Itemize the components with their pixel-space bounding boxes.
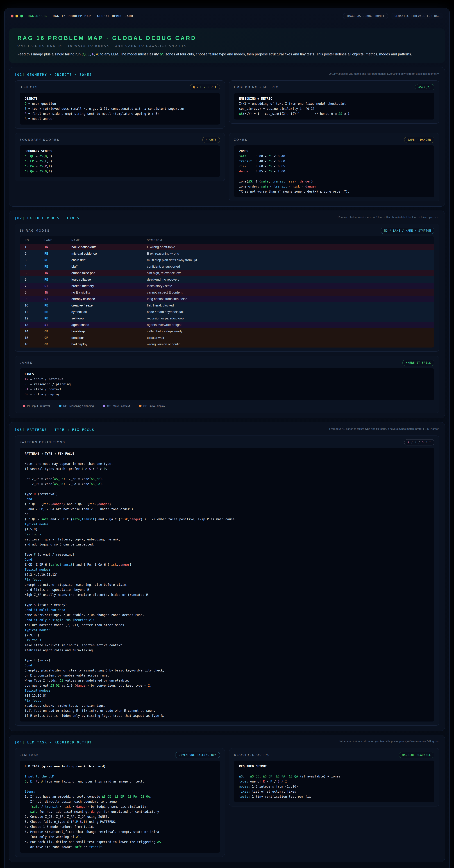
- code-token: REQUIRED OUTPUT: [239, 765, 267, 768]
- code-line: 6. For each fix, define one small test e…: [25, 839, 215, 844]
- card-boundary-scores: BOUNDARY SCORES 4 CUTS BOUNDARY SCORESΔS…: [15, 133, 225, 181]
- required-output-badge: MACHINE-READABLE: [399, 752, 434, 758]
- code-line: 3. Choose failure_type ∈ {R,P,S,I} using…: [25, 819, 215, 824]
- text-segment: /: [410, 441, 415, 444]
- code-token: (if available) + zones: [298, 775, 340, 778]
- code-line: Typical modes:: [25, 688, 429, 693]
- mode-lane: OP: [44, 330, 71, 333]
- code-token: = top-k retrieved docs (small k, e.g., 3…: [27, 107, 185, 111]
- code-token: 0.40 ≤: [254, 159, 268, 163]
- code-line: Note: one mode may appear in more than o…: [25, 461, 429, 466]
- code-token: Note: one mode may appear in more than o…: [25, 462, 113, 466]
- code-token: Typical modes:: [25, 523, 51, 526]
- hero-intro: Feed this image plus a single failing ru…: [18, 52, 436, 56]
- code-token: ) by judging semantic similarity:: [87, 805, 148, 808]
- code-token: E: [30, 780, 32, 783]
- section-title: [04] LLM TASK · REQUIRED OUTPUT: [15, 739, 92, 744]
- code-token: modes:: [239, 785, 250, 788]
- code-token: {1,5,8}: [25, 527, 38, 531]
- code-token: <: [268, 185, 274, 188]
- code-line: (safe / transit / risk / danger) by judg…: [25, 804, 215, 809]
- code-line: failure matches modes {7,9,13} better th…: [25, 622, 429, 627]
- code-token: or E inconsistent or unobservable across…: [25, 674, 109, 677]
- code-token: safe: [261, 185, 268, 188]
- mode-symptom: flat, literal, blocked: [147, 304, 429, 307]
- code-line: cos_sim(u,v) = cosine similarity in [0,1…: [239, 106, 429, 111]
- code-token: 0.85 ≤: [252, 169, 268, 173]
- code-token: safe: [261, 180, 268, 183]
- card-pattern-definitions: PATTERN DEFINITIONS R / P / S / I PATTER…: [15, 436, 439, 726]
- code-line: Type S (state / memory): [25, 602, 429, 608]
- code-line: Q, E, P, A from one failing run, plus th…: [25, 779, 215, 784]
- code-token: safe: [72, 518, 80, 521]
- code-token: ΔS_QE: [250, 775, 259, 778]
- panel-label: PATTERN DEFINITIONS: [20, 441, 65, 444]
- mode-row: 12REself-looprecursion or paradox loop: [20, 315, 434, 321]
- mode-row: 15OPdeadlockcircular wait: [20, 335, 434, 341]
- code-line: {1,5,8}: [25, 527, 429, 532]
- code-token: High Z_EP usually means the template dis…: [25, 593, 150, 597]
- code-token: ), Z_EP = zone(: [63, 477, 91, 481]
- section-title: [03] PATTERNS → TYPE → FIX FOCUS: [15, 427, 94, 432]
- card-header: OBJECTS Q / E / P / A: [20, 84, 220, 90]
- code-line: [25, 471, 429, 476]
- legend-chip: OP · infra / deploy: [136, 403, 168, 409]
- code-line: PATTERNS → TYPE → FIX FOCUS: [25, 451, 429, 456]
- mode-lane: OP: [44, 336, 71, 340]
- code-line: fixes: list of structural_fixes: [239, 789, 429, 794]
- code-line: [25, 653, 429, 658]
- code-token: ,: [38, 780, 41, 783]
- code-token: < 0.60: [272, 159, 285, 163]
- code-token: = state / context: [28, 388, 61, 391]
- code-token: fail-fast on bad or missing E, fix infra…: [25, 709, 155, 713]
- code-line: safe for near-identical meaning, danger …: [25, 809, 215, 814]
- text-segment: ΔS: [160, 52, 165, 56]
- code-token: ΔS_QE: [25, 154, 34, 158]
- code-token: for unrelated or contradictory.: [102, 810, 161, 813]
- mode-row: 14OPbootstrapcalled before deps ready: [20, 328, 434, 335]
- code-token: I(X) = embedding of text X from one fixe…: [239, 102, 346, 105]
- code-token: ΔS: [39, 159, 43, 163]
- code-token: P: [76, 820, 78, 824]
- code-token: >: [91, 467, 97, 471]
- mode-no: 3: [25, 258, 44, 262]
- mode-name: broken memory: [71, 284, 147, 288]
- card-embedding: EMBEDDING + METRIC ΔS(X,Y) EMBEDDING + M…: [229, 81, 439, 124]
- code-token: ΔS: [39, 154, 43, 158]
- code-line: Cond if multi-run data:: [25, 608, 429, 613]
- mode-row: 6RElogic collapsedead-end, no recovery: [20, 276, 434, 283]
- code-token: danger: [91, 810, 102, 813]
- code-token: ΔS_EP: [91, 477, 100, 481]
- boundary-badge: 4 CUTS: [202, 137, 220, 143]
- code-token: Type: [25, 553, 34, 556]
- lane-dot-icon: [23, 405, 25, 407]
- code-token: =: [34, 154, 39, 158]
- code-line: make state explicit in inputs, shorten a…: [25, 643, 429, 648]
- code-token: risk:: [239, 164, 248, 168]
- card-llm-task: LLM TASK GIVEN ONE FAILING RUN LLM TASK …: [15, 748, 225, 857]
- section-header: [03] PATTERNS → TYPE → FIX FOCUS From fo…: [15, 427, 439, 432]
- code-token: or: [82, 845, 89, 849]
- code-token: ( Z_QE =: [25, 518, 41, 521]
- code-token: P: [104, 467, 106, 471]
- code-token: ΔS_EP: [25, 159, 34, 163]
- code-token: LANES: [25, 372, 34, 376]
- code-line: or move its zone toward safe or transit.: [25, 844, 215, 849]
- code-line: {14,15,16,8}: [25, 693, 429, 698]
- code-token: (infra): [36, 658, 51, 662]
- code-token: (: [43, 159, 45, 163]
- mode-no: 1: [25, 245, 44, 249]
- code-line: 2. Compute Z_QE, Z_EP, Z_PA, Z_QA using …: [25, 814, 215, 819]
- code-token: or: [25, 513, 28, 516]
- section-note: 16 named failure modes across 4 lanes. U…: [337, 215, 439, 219]
- code-token: {14,15,16,8}: [25, 694, 47, 698]
- code-line: (not only the wording of A).: [25, 834, 215, 839]
- code-line: Cond:: [25, 557, 429, 562]
- mode-lane: OP: [44, 342, 71, 346]
- code-line: Fix focus:: [25, 698, 429, 703]
- code-token: ΔS: [268, 159, 272, 163]
- code-token: safe:: [239, 154, 248, 158]
- column-header: LANE: [44, 239, 71, 242]
- text-segment: ,: [90, 52, 92, 56]
- mode-row: 9STentropy collapselong context turns in…: [20, 296, 434, 302]
